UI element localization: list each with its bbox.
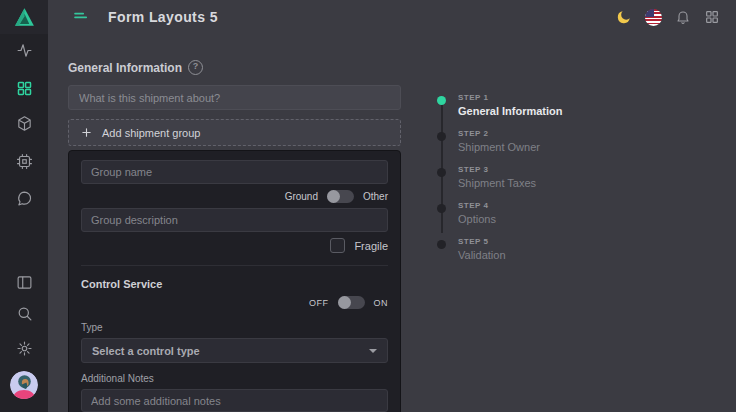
step-dot <box>437 132 446 141</box>
header-actions <box>615 9 720 26</box>
step-number: STEP 1 <box>458 93 563 102</box>
notifications-button[interactable] <box>675 9 691 25</box>
app-window: Form Layouts 5 <box>0 0 736 412</box>
card-divider <box>81 265 388 266</box>
step-title: Validation <box>458 249 506 261</box>
logo-triangle-icon <box>12 5 37 30</box>
step-1-general-information[interactable]: STEP 1 General Information <box>437 93 647 117</box>
off-on-toggle[interactable] <box>338 296 365 309</box>
ground-label: Ground <box>285 191 318 202</box>
add-shipment-group-label: Add shipment group <box>102 127 200 139</box>
sidebar-item-components[interactable] <box>0 115 48 132</box>
add-shipment-group-button[interactable]: Add shipment group <box>68 119 401 146</box>
other-label: Other <box>363 191 388 202</box>
on-label: ON <box>374 298 389 308</box>
cube-icon <box>16 115 33 132</box>
step-number: STEP 2 <box>458 129 540 138</box>
sidebar-toggle-button[interactable] <box>0 274 48 291</box>
sidebar-item-activity[interactable] <box>0 42 48 59</box>
step-3-shipment-taxes[interactable]: STEP 3 Shipment Taxes <box>437 165 647 189</box>
toggle-knob <box>327 190 340 203</box>
fragile-label: Fragile <box>354 240 388 252</box>
fragile-row: Fragile <box>81 238 388 253</box>
group-description-input[interactable] <box>81 208 388 232</box>
step-dot <box>437 240 446 249</box>
ground-other-toggle-row: Ground Other <box>81 190 388 203</box>
fragile-checkbox[interactable] <box>330 238 345 253</box>
header-bar: Form Layouts 5 <box>48 0 736 34</box>
group-name-input[interactable] <box>81 160 388 184</box>
sidebar-item-ecommerce[interactable] <box>0 153 48 170</box>
step-title: Options <box>458 213 496 225</box>
step-dot <box>437 168 446 177</box>
sidebar-panel-icon <box>16 274 33 291</box>
bell-icon <box>675 9 691 25</box>
control-service-label: Control Service <box>81 278 388 290</box>
chat-bubble-icon <box>16 190 33 207</box>
step-number: STEP 4 <box>458 201 496 210</box>
plus-icon <box>81 127 92 138</box>
apps-menu-button[interactable] <box>704 9 720 25</box>
shipment-about-input[interactable] <box>68 85 401 110</box>
step-4-options[interactable]: STEP 4 Options <box>437 201 647 225</box>
menu-hamburger-button[interactable] <box>72 8 90 26</box>
off-label: OFF <box>309 298 329 308</box>
sidebar-item-messages[interactable] <box>0 190 48 207</box>
step-number: STEP 3 <box>458 165 536 174</box>
search-icon <box>16 305 33 322</box>
step-2-shipment-owner[interactable]: STEP 2 Shipment Owner <box>437 129 647 153</box>
page-title: Form Layouts 5 <box>108 9 218 25</box>
step-dot <box>437 96 446 105</box>
help-question-icon[interactable] <box>188 60 203 75</box>
hamburger-icon <box>72 8 90 26</box>
type-label: Type <box>81 322 388 333</box>
section-title: General Information <box>68 61 182 75</box>
sidebar-item-layouts[interactable] <box>0 80 48 97</box>
form-column: General Information Add shipment group G… <box>68 60 401 412</box>
additional-notes-input[interactable] <box>81 389 388 412</box>
notes-label: Additional Notes <box>81 373 388 384</box>
control-type-select[interactable]: Select a control type <box>81 338 388 363</box>
layout-grid-icon <box>16 80 33 97</box>
moon-icon <box>615 9 632 26</box>
language-selector[interactable] <box>645 9 662 26</box>
user-avatar[interactable] <box>10 371 38 399</box>
settings-gear-icon <box>16 340 33 357</box>
shipment-group-card: Ground Other Fragile Control Service OFF… <box>68 150 401 412</box>
section-heading: General Information <box>68 60 401 75</box>
step-title: General Information <box>458 105 563 117</box>
cpu-icon <box>16 153 33 170</box>
off-on-toggle-row: OFF ON <box>81 296 388 309</box>
step-number: STEP 5 <box>458 237 506 246</box>
sidebar-search-button[interactable] <box>0 305 48 322</box>
chevron-down-icon <box>369 349 377 353</box>
avatar-image <box>10 371 38 399</box>
wizard-stepper: STEP 1 General Information STEP 2 Shipme… <box>437 93 647 273</box>
ground-other-toggle[interactable] <box>327 190 354 203</box>
control-type-value: Select a control type <box>92 345 200 357</box>
activity-icon <box>16 42 33 59</box>
step-dot <box>437 204 446 213</box>
theme-toggle-button[interactable] <box>615 9 632 26</box>
toggle-knob <box>338 296 351 309</box>
sidebar <box>0 0 48 412</box>
grid-menu-icon <box>704 9 720 25</box>
step-5-validation[interactable]: STEP 5 Validation <box>437 237 647 261</box>
step-title: Shipment Owner <box>458 141 540 153</box>
sidebar-settings-button[interactable] <box>0 340 48 357</box>
step-title: Shipment Taxes <box>458 177 536 189</box>
app-logo[interactable] <box>0 0 48 34</box>
